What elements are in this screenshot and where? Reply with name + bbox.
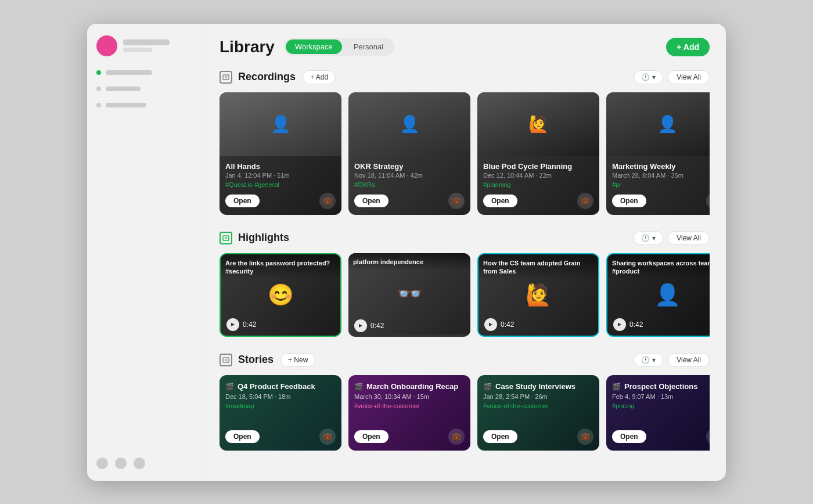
highlight-label: platform independence <box>353 258 466 266</box>
highlight-card[interactable]: platform independence 👓 ▶ 0:42 <box>348 253 470 337</box>
briefcase-icon[interactable]: 💼 <box>706 429 710 445</box>
play-button[interactable]: ▶ <box>613 318 626 331</box>
sidebar-bottom-icon-1[interactable] <box>96 458 108 469</box>
recording-open-button[interactable]: Open <box>483 195 517 207</box>
recording-title: All Hands <box>225 162 336 171</box>
sidebar-item-1[interactable] <box>96 68 193 77</box>
story-open-button[interactable]: Open <box>354 430 388 443</box>
recording-actions: Open 💼 <box>220 193 341 215</box>
briefcase-icon[interactable]: 💼 <box>706 193 710 209</box>
highlight-duration: 0:42 <box>370 322 384 330</box>
person-silhouette: 🙋 <box>477 92 599 156</box>
story-icon: 🎬 <box>354 383 363 391</box>
recording-thumbnail: 👤 <box>348 92 470 156</box>
page-title: Library <box>220 38 275 56</box>
recording-open-button[interactable]: Open <box>612 195 646 207</box>
highlight-duration: 0:42 <box>243 321 256 329</box>
sidebar-user-section <box>96 35 193 56</box>
recording-date: March 28, 8:04 AM · 35m <box>612 172 710 179</box>
highlight-duration: 0:42 <box>501 321 514 329</box>
recording-info: Blue Pod Cycle Planning Dec 12, 10:44 AM… <box>477 156 599 193</box>
briefcase-icon[interactable]: 💼 <box>577 429 593 445</box>
story-header: 🎬 Prospect Objections <box>612 382 710 391</box>
recording-info: OKR Strategy Nov 18, 11:04 AM · 42m #OKR… <box>348 156 470 193</box>
tab-personal[interactable]: Personal <box>344 39 393 54</box>
story-card[interactable]: 🎬 March Onboarding Recap March 30, 10:34… <box>348 375 470 451</box>
story-icon: 🎬 <box>612 383 621 391</box>
highlights-section-header: Highlights 🕐 ▾ View All <box>220 231 710 245</box>
recordings-sort-button[interactable]: 🕐 ▾ <box>634 70 663 84</box>
recordings-add-button[interactable]: + Add <box>303 70 336 84</box>
story-open-button[interactable]: Open <box>483 430 517 443</box>
recording-info: All Hands Jan 4, 12:04 PM · 51m #Quest.i… <box>220 156 341 193</box>
play-button[interactable]: ▶ <box>484 318 497 331</box>
clock-icon: 🕐 <box>641 73 650 81</box>
sidebar <box>87 24 203 481</box>
story-open-button[interactable]: Open <box>612 430 646 443</box>
page-header: Library Workspace Personal + Add <box>220 38 710 56</box>
svg-point-5 <box>225 359 227 361</box>
stories-new-button[interactable]: + New <box>280 353 315 367</box>
highlights-icon <box>220 232 232 244</box>
highlights-title: Highlights <box>238 232 289 244</box>
sidebar-item-3[interactable] <box>96 100 193 110</box>
play-button[interactable]: ▶ <box>226 318 239 331</box>
highlight-card[interactable]: Sharing workspaces across teams #product… <box>606 253 710 337</box>
recording-title: Marketing Weekly <box>612 162 710 171</box>
story-content: 🎬 Case Study Interviews Jan 28, 2:54 PM … <box>477 375 599 451</box>
recording-tag: #OKRs <box>354 181 465 188</box>
header-add-button[interactable]: + Add <box>666 38 710 56</box>
highlights-view-all-button[interactable]: View All <box>668 231 710 245</box>
highlights-sort-button[interactable]: 🕐 ▾ <box>634 231 663 245</box>
story-date: Jan 28, 2:54 PM · 26m <box>483 393 593 400</box>
sidebar-bottom-icon-3[interactable] <box>134 458 145 469</box>
sidebar-item-label <box>106 70 152 75</box>
briefcase-icon[interactable]: 💼 <box>448 429 465 445</box>
story-card[interactable]: 🎬 Q4 Product Feedback Dec 18, 5:04 PM · … <box>220 375 341 451</box>
chevron-icon: ▾ <box>652 73 656 81</box>
briefcase-icon[interactable]: 💼 <box>448 193 465 209</box>
recording-card[interactable]: 👤 Marketing Weekly March 28, 8:04 AM · 3… <box>606 92 710 215</box>
highlight-card[interactable]: How the CS team adopted Grain from Sales… <box>477 253 599 337</box>
app-window: Library Workspace Personal + Add Recordi… <box>87 24 726 481</box>
tab-workspace[interactable]: Workspace <box>286 39 342 54</box>
username-bar <box>123 39 170 45</box>
story-open-button[interactable]: Open <box>225 430 260 443</box>
recording-open-button[interactable]: Open <box>354 195 388 207</box>
recording-date: Dec 12, 10:44 AM · 22m <box>483 172 593 179</box>
sidebar-bottom-icon-2[interactable] <box>115 458 127 469</box>
stories-section: Stories + New 🕐 ▾ View All 🎬 <box>220 353 710 451</box>
avatar <box>96 35 117 56</box>
user-info <box>123 39 193 52</box>
play-button[interactable]: ▶ <box>354 319 367 332</box>
briefcase-icon[interactable]: 💼 <box>577 193 593 209</box>
story-actions: Open 💼 <box>483 423 593 445</box>
sidebar-item-2[interactable] <box>96 84 193 93</box>
person-silhouette: 👤 <box>220 92 341 156</box>
recording-card[interactable]: 🙋 Blue Pod Cycle Planning Dec 12, 10:44 … <box>477 92 599 215</box>
sidebar-item-label <box>106 87 141 91</box>
recordings-section-header: Recordings + Add 🕐 ▾ View All <box>220 70 710 84</box>
story-card[interactable]: 🎬 Prospect Objections Feb 4, 9:07 AM · 1… <box>606 375 710 451</box>
stories-title: Stories <box>238 354 274 366</box>
briefcase-icon[interactable]: 💼 <box>319 193 336 209</box>
recording-card[interactable]: 👤 OKR Strategy Nov 18, 11:04 AM · 42m #O… <box>348 92 470 215</box>
stories-view-all-button[interactable]: View All <box>668 353 710 367</box>
story-icon: 🎬 <box>483 383 492 391</box>
briefcase-icon[interactable]: 💼 <box>319 429 336 445</box>
highlight-card[interactable]: Are the links password protected? #secur… <box>220 253 341 337</box>
story-tag: #pricing <box>612 402 710 409</box>
recordings-controls: 🕐 ▾ View All <box>634 70 710 84</box>
story-card[interactable]: 🎬 Case Study Interviews Jan 28, 2:54 PM … <box>477 375 599 451</box>
story-date: Feb 4, 9:07 AM · 13m <box>612 393 710 400</box>
highlights-controls: 🕐 ▾ View All <box>634 231 710 245</box>
stories-sort-button[interactable]: 🕐 ▾ <box>634 353 663 367</box>
recordings-view-all-button[interactable]: View All <box>668 70 710 84</box>
recording-card[interactable]: 👤 All Hands Jan 4, 12:04 PM · 51m #Quest… <box>220 92 341 215</box>
recording-tag: #planning <box>483 181 593 188</box>
svg-point-3 <box>225 237 227 239</box>
recording-open-button[interactable]: Open <box>225 195 260 207</box>
recording-actions: Open 💼 <box>348 193 470 215</box>
highlights-section: Highlights 🕐 ▾ View All Are the links pa… <box>220 231 710 337</box>
story-header: 🎬 March Onboarding Recap <box>354 382 465 391</box>
